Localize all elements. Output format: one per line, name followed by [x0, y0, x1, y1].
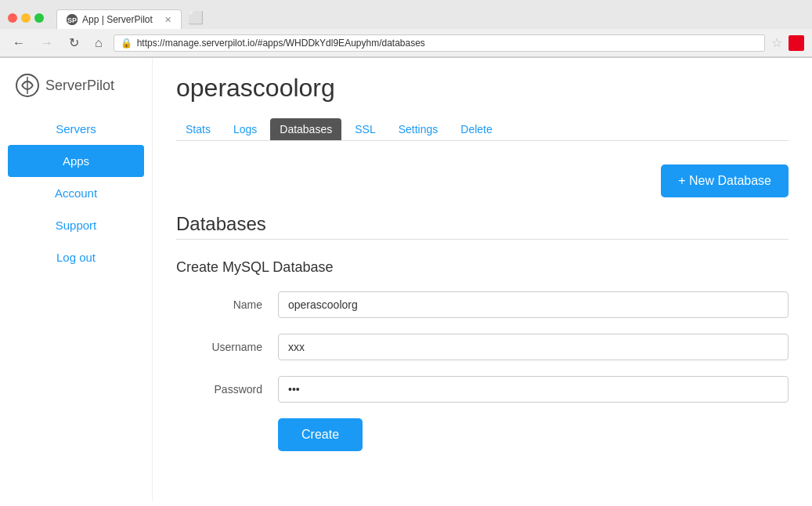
tab-bar: SP App | ServerPilot ✕ ⬜: [56, 6, 210, 29]
minimize-button[interactable]: [21, 13, 31, 23]
logo-text: ServerPilot: [45, 78, 114, 94]
reload-button[interactable]: ↻: [64, 34, 84, 52]
tab-title: App | ServerPilot: [82, 14, 153, 25]
maximize-button[interactable]: [34, 13, 44, 23]
sidebar: ServerPilot Servers Apps Account Support…: [0, 58, 153, 501]
username-label: Username: [176, 341, 278, 353]
sidebar-logo: ServerPilot: [0, 74, 152, 113]
top-actions: + New Database: [176, 164, 789, 197]
main-content: operascoolorg Stats Logs Databases SSL S…: [153, 58, 812, 501]
extension-icon[interactable]: [789, 35, 804, 51]
page: ServerPilot Servers Apps Account Support…: [0, 58, 812, 501]
tab-delete[interactable]: Delete: [451, 118, 501, 140]
databases-heading: Databases: [176, 213, 789, 235]
ssl-lock-icon: 🔒: [121, 38, 132, 49]
username-input[interactable]: [278, 334, 789, 360]
section-divider: [176, 239, 789, 240]
servers-link[interactable]: Servers: [0, 113, 152, 145]
sidebar-item-servers[interactable]: Servers: [0, 113, 152, 145]
bookmark-button[interactable]: ☆: [771, 35, 782, 50]
apps-link[interactable]: Apps: [8, 145, 144, 177]
close-button[interactable]: [8, 13, 17, 23]
browser-chrome: SP App | ServerPilot ✕ ⬜ ← → ↻ ⌂ 🔒 https…: [0, 0, 812, 58]
tab-stats[interactable]: Stats: [176, 118, 220, 140]
forward-button[interactable]: →: [36, 34, 58, 52]
password-label: Password: [176, 383, 278, 396]
password-field-group: Password: [176, 376, 789, 403]
sub-navigation: Stats Logs Databases SSL Settings Delete: [176, 118, 789, 141]
sidebar-item-support[interactable]: Support: [0, 209, 152, 241]
browser-titlebar: SP App | ServerPilot ✕ ⬜: [0, 0, 812, 29]
url-text: https://manage.serverpilot.io/#apps/WHDD…: [137, 38, 758, 49]
browser-toolbar: ← → ↻ ⌂ 🔒 https://manage.serverpilot.io/…: [0, 29, 812, 57]
form-actions: Create: [176, 418, 789, 451]
create-db-form-title: Create MySQL Database: [176, 259, 789, 276]
account-link[interactable]: Account: [0, 177, 152, 209]
sidebar-item-account[interactable]: Account: [0, 177, 152, 209]
create-db-form-section: Create MySQL Database Name Username Pass…: [176, 259, 789, 451]
password-input[interactable]: [278, 376, 789, 403]
create-button[interactable]: Create: [278, 418, 363, 451]
tab-settings[interactable]: Settings: [389, 118, 448, 140]
address-bar[interactable]: 🔒 https://manage.serverpilot.io/#apps/WH…: [114, 34, 765, 52]
browser-tab[interactable]: SP App | ServerPilot ✕: [56, 9, 182, 29]
sidebar-navigation: Servers Apps Account Support Log out: [0, 113, 152, 273]
tab-close-icon[interactable]: ✕: [164, 15, 171, 25]
back-button[interactable]: ←: [8, 34, 30, 52]
new-database-button[interactable]: + New Database: [661, 164, 789, 197]
svg-text:SP: SP: [67, 16, 77, 24]
tab-databases[interactable]: Databases: [270, 118, 341, 140]
serverpilot-logo-icon: [16, 74, 39, 97]
tab-ssl[interactable]: SSL: [345, 118, 384, 140]
sidebar-item-logout[interactable]: Log out: [0, 241, 152, 273]
name-input[interactable]: [278, 291, 789, 318]
home-button[interactable]: ⌂: [90, 34, 107, 52]
new-tab-button[interactable]: ⬜: [182, 6, 210, 29]
sidebar-item-apps[interactable]: Apps: [0, 145, 152, 177]
name-label: Name: [176, 298, 278, 311]
username-field-group: Username: [176, 334, 789, 360]
traffic-lights: [8, 13, 44, 23]
app-title: operascoolorg: [176, 74, 789, 103]
tab-logs[interactable]: Logs: [224, 118, 266, 140]
tab-favicon: SP: [67, 14, 78, 25]
logout-link[interactable]: Log out: [0, 241, 152, 273]
name-field-group: Name: [176, 291, 789, 318]
support-link[interactable]: Support: [0, 209, 152, 241]
